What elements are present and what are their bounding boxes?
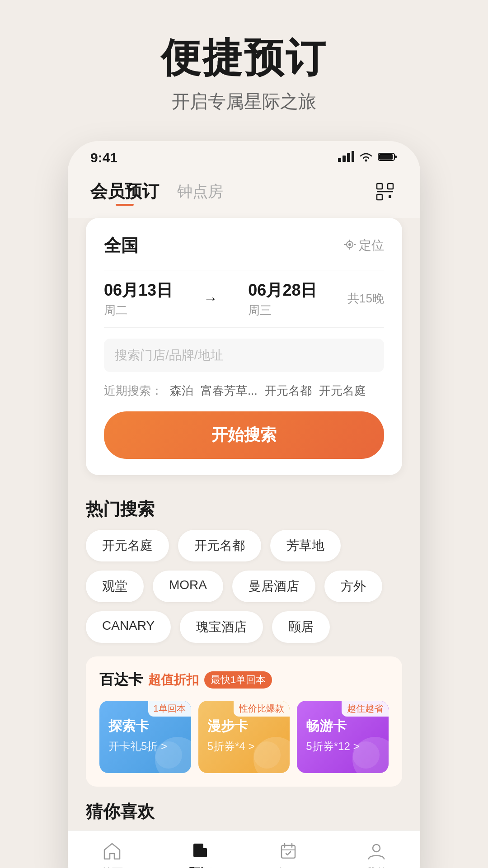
check-out-week: 周三 bbox=[248, 302, 317, 318]
hot-search-title: 热门搜索 bbox=[68, 484, 420, 530]
promo-card-travel[interactable]: 越住越省 畅游卡 5折券*12 > bbox=[297, 701, 389, 773]
svg-rect-6 bbox=[379, 154, 393, 160]
recent-tag-1[interactable]: 森泊 bbox=[170, 383, 193, 399]
check-in-date: 06月13日 周二 bbox=[104, 279, 173, 318]
recent-tag-4[interactable]: 开元名庭 bbox=[319, 383, 366, 399]
hero-title: 便捷预订 bbox=[0, 36, 488, 80]
nav-profile-label: 我的 bbox=[366, 865, 387, 868]
location-text[interactable]: 全国 bbox=[104, 234, 138, 257]
nights-count: 共15晚 bbox=[347, 291, 384, 307]
svg-point-14 bbox=[348, 243, 351, 246]
tag-7[interactable]: 方外 bbox=[324, 571, 382, 602]
tag-1[interactable]: 开元名庭 bbox=[86, 530, 169, 561]
deco-2b bbox=[253, 741, 281, 769]
promo-section: 百达卡 超值折扣 最快1单回本 1单回本 探索卡 开卡礼5折 > 性价比爆款 bbox=[86, 656, 402, 787]
wifi-icon bbox=[359, 151, 373, 164]
phone-frame: 9:41 bbox=[68, 141, 420, 868]
location-button[interactable]: 定位 bbox=[343, 237, 384, 254]
svg-rect-2 bbox=[347, 153, 350, 162]
status-bar: 9:41 bbox=[68, 141, 420, 170]
location-label: 定位 bbox=[359, 237, 384, 254]
tag-5[interactable]: MORA bbox=[153, 571, 223, 602]
svg-rect-24 bbox=[282, 845, 295, 858]
tag-10[interactable]: 颐居 bbox=[272, 611, 330, 643]
search-button[interactable]: 开始搜索 bbox=[104, 411, 384, 459]
check-out-date: 06月28日 周三 bbox=[248, 279, 317, 318]
promo-card-1-badge: 1单回本 bbox=[148, 701, 191, 717]
promo-card-stroll[interactable]: 性价比爆款 漫步卡 5折券*4 > bbox=[198, 701, 290, 773]
status-icons bbox=[338, 151, 398, 165]
hero-section: 便捷预订 开启专属星际之旅 bbox=[0, 0, 488, 141]
promo-card-3-title: 畅游卡 bbox=[306, 717, 380, 736]
recent-label: 近期搜索： bbox=[104, 383, 163, 399]
phone-content: 全国 定位 06月13日 周二 bbox=[68, 218, 420, 830]
promo-card-3-badge: 越住越省 bbox=[342, 701, 389, 717]
nav-itinerary-label: 行程 bbox=[277, 865, 299, 868]
tag-4[interactable]: 观堂 bbox=[86, 571, 144, 602]
battery-icon bbox=[378, 151, 398, 164]
promo-title: 百达卡 bbox=[99, 670, 143, 690]
svg-rect-21 bbox=[195, 846, 199, 847]
check-out-date-text: 06月28日 bbox=[248, 279, 317, 302]
svg-rect-12 bbox=[389, 195, 391, 198]
tag-2[interactable]: 开元名都 bbox=[178, 530, 261, 561]
booking-icon bbox=[189, 840, 211, 863]
svg-rect-1 bbox=[343, 156, 346, 162]
promo-card-explore[interactable]: 1单回本 探索卡 开卡礼5折 > bbox=[99, 701, 191, 773]
svg-point-28 bbox=[373, 844, 380, 852]
recent-tag-2[interactable]: 富春芳草... bbox=[201, 383, 258, 399]
promo-card-1-title: 探索卡 bbox=[108, 717, 182, 736]
svg-rect-0 bbox=[338, 158, 341, 162]
bottom-navigation: 首页 预订 bbox=[68, 830, 420, 868]
svg-rect-23 bbox=[195, 852, 198, 853]
profile-icon bbox=[365, 840, 388, 863]
date-arrow: → bbox=[203, 290, 218, 307]
tag-9[interactable]: 瑰宝酒店 bbox=[180, 611, 263, 643]
deco-1b bbox=[155, 741, 182, 769]
deco-3b bbox=[352, 741, 380, 769]
promo-cards: 1单回本 探索卡 开卡礼5折 > 性价比爆款 漫步卡 5折券*4 > 越住越省 bbox=[99, 701, 389, 773]
promo-fastest: 最快1单回本 bbox=[204, 671, 272, 689]
tag-8[interactable]: CANARY bbox=[86, 611, 171, 643]
home-icon bbox=[101, 840, 123, 863]
itinerary-icon bbox=[277, 840, 300, 863]
hot-search-tags: 开元名庭 开元名都 芳草地 观堂 MORA 曼居酒店 方外 CANARY 瑰宝酒… bbox=[68, 530, 420, 652]
svg-point-4 bbox=[365, 159, 367, 161]
nav-booking[interactable]: 预订 bbox=[189, 840, 211, 868]
search-input[interactable]: 搜索门店/品牌/地址 bbox=[115, 347, 223, 364]
nav-home[interactable]: 首页 bbox=[101, 840, 123, 868]
tag-3[interactable]: 芳草地 bbox=[270, 530, 341, 561]
status-time: 9:41 bbox=[90, 150, 117, 165]
promo-badge: 超值折扣 bbox=[148, 671, 199, 689]
tab-hourly-room[interactable]: 钟点房 bbox=[177, 181, 223, 202]
tab-member-booking[interactable]: 会员预订 bbox=[90, 180, 159, 203]
recent-search-row: 近期搜索： 森泊 富春芳草... 开元名都 开元名庭 bbox=[104, 383, 384, 399]
nav-profile[interactable]: 我的 bbox=[365, 840, 388, 868]
check-in-week: 周二 bbox=[104, 302, 173, 318]
promo-card-2-badge: 性价比爆款 bbox=[234, 701, 290, 717]
location-row: 全国 定位 bbox=[104, 234, 384, 257]
nav-booking-label: 预订 bbox=[189, 865, 211, 868]
date-row[interactable]: 06月13日 周二 → 06月28日 周三 共15晚 bbox=[104, 270, 384, 328]
nav-home-label: 首页 bbox=[101, 865, 123, 868]
svg-rect-22 bbox=[195, 849, 199, 850]
svg-rect-20 bbox=[202, 848, 207, 857]
check-in-date-text: 06月13日 bbox=[104, 279, 173, 302]
svg-rect-10 bbox=[377, 194, 382, 200]
search-card: 全国 定位 06月13日 周二 bbox=[86, 218, 402, 475]
scan-button[interactable] bbox=[372, 179, 398, 204]
nav-itinerary[interactable]: 行程 bbox=[277, 840, 300, 868]
svg-rect-9 bbox=[388, 184, 393, 189]
search-input-container[interactable]: 搜索门店/品牌/地址 bbox=[104, 339, 384, 372]
svg-rect-7 bbox=[395, 156, 397, 158]
tag-6[interactable]: 曼居酒店 bbox=[232, 571, 315, 602]
navigation-bar: 会员预订 钟点房 bbox=[68, 170, 420, 209]
recent-tag-3[interactable]: 开元名都 bbox=[265, 383, 312, 399]
svg-rect-3 bbox=[352, 151, 354, 162]
promo-header: 百达卡 超值折扣 最快1单回本 bbox=[99, 670, 389, 690]
hot-search-section: 热门搜索 开元名庭 开元名都 芳草地 观堂 MORA 曼居酒店 方外 CANAR… bbox=[68, 484, 420, 652]
nav-tabs: 会员预订 钟点房 bbox=[90, 180, 223, 203]
hero-subtitle: 开启专属星际之旅 bbox=[0, 89, 488, 114]
signal-icon bbox=[338, 151, 354, 165]
promo-card-2-title: 漫步卡 bbox=[207, 717, 281, 736]
